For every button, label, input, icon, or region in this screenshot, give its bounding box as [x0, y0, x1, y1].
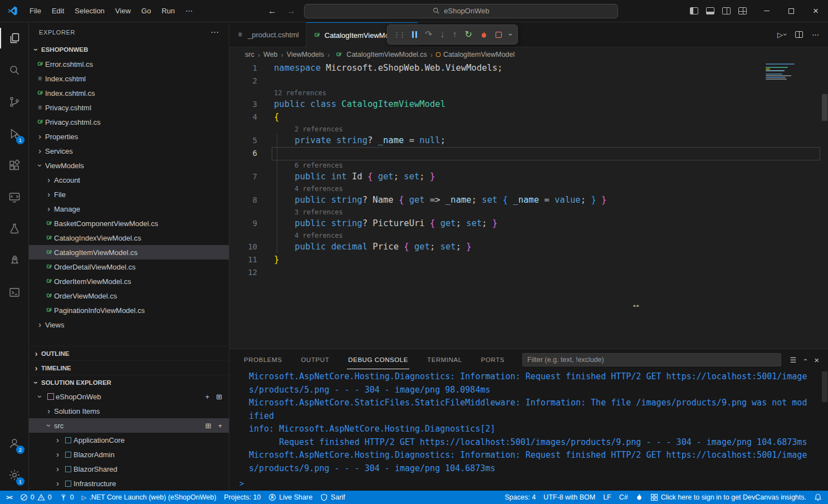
line-number[interactable]: 2 [229, 75, 257, 87]
drag-handle-icon[interactable]: ⋮⋮ [393, 31, 404, 38]
solution-eshoponweb[interactable]: ›eShopOnWeb+⊞ [29, 389, 229, 404]
explorer-properties[interactable]: ›Properties [29, 129, 229, 144]
explorer-manage[interactable]: ›Manage [29, 202, 229, 216]
minimize-button[interactable] [754, 0, 779, 22]
minimap[interactable] [766, 63, 798, 81]
explorer-more-actions-icon[interactable]: ⋯ [210, 27, 219, 37]
encoding-status[interactable]: UTF-8 with BOM [540, 491, 599, 504]
line-number[interactable]: 10 [229, 241, 257, 253]
breadcrumb-web[interactable]: Web [263, 51, 277, 58]
menu-go[interactable]: Go [136, 4, 156, 17]
line-number[interactable]: 9 [229, 217, 257, 230]
restart-button[interactable]: ↻ [464, 30, 472, 39]
breadcrumb-viewmodels[interactable]: ViewModels [287, 51, 324, 58]
line-number[interactable]: 3 [229, 98, 257, 111]
codelens-references[interactable]: 3 references [229, 207, 828, 217]
explorer-privacy-cshtml-cs[interactable]: C#Privacy.cshtml.cs [29, 115, 229, 129]
activitybar-search[interactable] [0, 54, 28, 86]
explorer-orderviewmodel-cs[interactable]: C#OrderViewModel.cs [29, 288, 229, 303]
close-button[interactable]: × [803, 0, 828, 22]
breadcrumb-catalogitemviewmodel-cs[interactable]: C#CatalogItemViewModel.cs [333, 51, 427, 58]
codelens-references[interactable]: 4 references [229, 183, 828, 194]
codelens-references[interactable]: 2 references [229, 124, 828, 134]
step-into-button[interactable]: ↓ [440, 30, 444, 39]
breadcrumb-catalogitemviewmodel[interactable]: CatalogItemViewModel [436, 51, 515, 58]
hot-reload-button[interactable] [480, 31, 488, 39]
run-file-button[interactable]: ▷ › [777, 31, 786, 39]
codelens-references[interactable]: 4 references [229, 230, 828, 241]
maximize-panel-icon[interactable]: › [801, 359, 809, 361]
explorer-viewmodels[interactable]: ›ViewModels [29, 158, 229, 173]
step-over-button[interactable]: ↷ [425, 30, 432, 39]
customize-layout-icon[interactable] [738, 7, 747, 14]
add-item-icon[interactable]: + [205, 393, 210, 401]
explorer-file[interactable]: ›File [29, 187, 229, 202]
toggle-primary-sidebar-icon[interactable] [690, 7, 698, 14]
solution-solution-items[interactable]: ›Solution Items [29, 404, 229, 418]
explorer-orderitemviewmodel-cs[interactable]: C#OrderItemViewModel.cs [29, 274, 229, 288]
activitybar-terminal[interactable] [0, 276, 28, 308]
line-number[interactable]: 4 [229, 111, 257, 124]
solution-blazoradmin[interactable]: ›BlazorAdmin [29, 447, 229, 462]
explorer-index-cshtml-cs[interactable]: C#Index.cshtml.cs [29, 86, 229, 100]
command-center-search[interactable]: eShopOnWeb [304, 4, 618, 18]
console-filter-input[interactable] [522, 353, 781, 366]
activitybar-remote-explorer[interactable] [0, 181, 28, 213]
activitybar-accounts[interactable]: 2 [0, 427, 28, 459]
panel-tab-ports[interactable]: PORTS [480, 351, 506, 369]
activitybar-explorer[interactable] [0, 22, 28, 54]
debug-console-output[interactable]: Microsoft.AspNetCore.Hosting.Diagnostics… [229, 370, 828, 476]
section-eshoponweb[interactable]: › ESHOPONWEB [29, 42, 229, 57]
close-panel-icon[interactable]: × [814, 355, 819, 365]
explorer-paginationinfoviewmodel-cs[interactable]: C#PaginationInfoViewModel.cs [29, 303, 229, 317]
codelens-references[interactable]: 12 references [229, 87, 828, 98]
menu-selection[interactable]: Selection [70, 4, 109, 17]
split-editor-icon[interactable] [795, 31, 803, 38]
explorer-privacy-cshtml[interactable]: ≡Privacy.cshtml [29, 100, 229, 115]
console-options-icon[interactable]: ☰ [790, 356, 797, 364]
ports-status[interactable]: 0 [56, 491, 78, 504]
activitybar-rocket[interactable] [0, 244, 28, 276]
code-editor[interactable]: 1namespace Microsoft.eShopWeb.Web.ViewMo… [229, 62, 828, 349]
line-number[interactable]: 1 [229, 62, 257, 75]
panel-scrollbar[interactable] [822, 371, 827, 402]
pause-button[interactable] [412, 31, 417, 38]
section-timeline[interactable]: › TIMELINE [29, 360, 229, 375]
activitybar-settings[interactable]: 1 [0, 459, 28, 491]
new-file-icon[interactable]: ⊞ [216, 393, 222, 401]
breadcrumb-src[interactable]: src [245, 51, 254, 58]
go-forward-button[interactable]: → [285, 6, 297, 16]
explorer-basketcomponentviewmodel-cs[interactable]: C#BasketComponentViewModel.cs [29, 216, 229, 231]
debug-console-input[interactable]: > [229, 476, 828, 491]
solution-src[interactable]: ›src⊞+ [29, 418, 229, 433]
panel-tab-output[interactable]: OUTPUT [300, 351, 331, 369]
menu-run[interactable]: Run [156, 4, 180, 17]
section-solution-explorer[interactable]: › SOLUTION EXPLORER [29, 375, 229, 389]
indentation-status[interactable]: Spaces: 4 [501, 491, 540, 504]
problems-status[interactable]: 0 0 [16, 491, 56, 504]
projects-status[interactable]: Projects: 10 [220, 491, 264, 504]
tab-product-cshtml[interactable]: ≡ _product.cshtml [229, 22, 306, 47]
eol-status[interactable]: LF [599, 491, 615, 504]
activitybar-testing[interactable] [0, 213, 28, 244]
menu-file[interactable]: File [25, 4, 46, 17]
explorer-catalogindexviewmodel-cs[interactable]: C#CatalogIndexViewModel.cs [29, 231, 229, 245]
solution-blazorshared[interactable]: ›BlazorShared [29, 462, 229, 476]
line-number[interactable]: 8 [229, 194, 257, 207]
line-number[interactable]: 12 [229, 266, 257, 279]
toggle-panel-icon[interactable] [706, 7, 714, 14]
hot-reload-status[interactable] [632, 491, 646, 504]
explorer-views[interactable]: ›Views [29, 317, 229, 332]
add-item-icon[interactable]: + [218, 422, 222, 430]
devcanvas-status[interactable]: Click here to sign in to get DevCanvas i… [646, 491, 810, 504]
editor-more-actions-icon[interactable]: ⋯ [812, 31, 819, 39]
stop-button[interactable] [496, 32, 502, 38]
codelens-references[interactable]: 6 references [229, 160, 828, 170]
live-share-status[interactable]: Live Share [264, 491, 316, 504]
menu-view[interactable]: View [110, 4, 136, 17]
explorer-index-cshtml[interactable]: ≡Index.cshtml [29, 71, 229, 86]
editor-scrollbar[interactable] [822, 94, 827, 121]
sarif-status[interactable]: Sarif [316, 491, 349, 504]
toggle-secondary-sidebar-icon[interactable] [722, 7, 731, 14]
menu-edit[interactable]: Edit [47, 4, 69, 17]
